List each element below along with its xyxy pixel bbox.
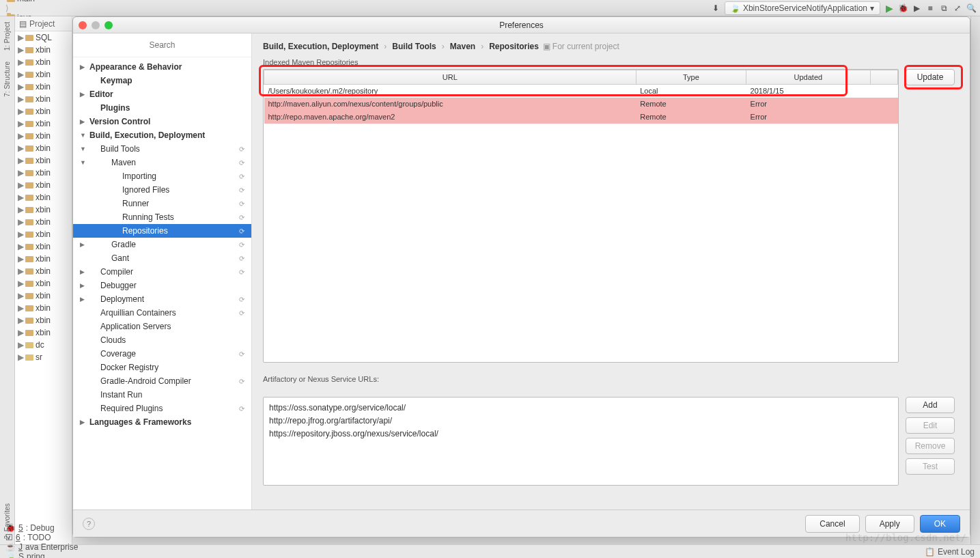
tab-project[interactable]: 1: Project xyxy=(2,16,12,56)
project-tree-item[interactable]: ▶xbin xyxy=(15,56,72,68)
help-button[interactable]: ? xyxy=(83,518,95,530)
table-row[interactable]: http://repo.maven.apache.org/maven2Remot… xyxy=(264,111,898,124)
settings-tree-item[interactable]: Running Tests⟳ xyxy=(73,210,251,224)
list-item[interactable]: https://repository.jboss.org/nexus/servi… xyxy=(269,428,893,441)
settings-tree-item[interactable]: Application Servers xyxy=(73,320,251,333)
run-config-selector[interactable]: 🍃 XbinStoreServiceNotifyApplication ▾ xyxy=(725,1,880,15)
settings-tree-item[interactable]: Runner⟳ xyxy=(73,197,251,210)
project-tree-item[interactable]: ▶xbin xyxy=(15,142,72,154)
add-button[interactable]: Add xyxy=(906,397,955,413)
project-tree-item[interactable]: ▶xbin xyxy=(15,105,72,117)
project-tree-item[interactable]: ▶xbin xyxy=(15,326,72,339)
remove-button[interactable]: Remove xyxy=(906,438,955,454)
settings-tree-item[interactable]: Instant Run xyxy=(73,388,251,402)
settings-tree-item[interactable]: Ignored Files⟳ xyxy=(73,183,251,197)
settings-tree-item[interactable]: ▶Languages & Frameworks xyxy=(73,415,251,429)
settings-tree-item[interactable]: Gradle-Android Compiler⟳ xyxy=(73,374,251,388)
settings-tree-item[interactable]: ▼Maven⟳ xyxy=(73,156,251,169)
project-tree-item[interactable]: ▶xbin xyxy=(15,277,72,290)
list-item[interactable]: https://oss.sonatype.org/service/local/ xyxy=(269,402,893,415)
gear-icon: ⟳ xyxy=(239,241,244,249)
statusbar-item[interactable]: ☑ 6: TODO xyxy=(5,533,78,542)
project-tree-item[interactable]: ▶xbin xyxy=(15,179,72,191)
list-item[interactable]: http://repo.jfrog.org/artifactory/api/ xyxy=(269,415,893,428)
project-panel-icon: ▤ xyxy=(19,19,27,29)
project-tree-item[interactable]: ▶xbin xyxy=(15,302,72,314)
settings-breadcrumb: Build, Execution, Deployment› Build Tool… xyxy=(263,42,959,51)
apply-button[interactable]: Apply xyxy=(865,515,914,533)
project-tree-item[interactable]: ▶xbin xyxy=(15,154,72,167)
edit-button[interactable]: Edit xyxy=(906,417,955,434)
settings-tree-item[interactable]: Required Plugins⟳ xyxy=(73,402,251,415)
project-tree-item[interactable]: ▶xbin xyxy=(15,240,72,253)
close-icon[interactable] xyxy=(79,21,87,29)
project-tree-item[interactable]: ▶xbin xyxy=(15,44,72,56)
settings-tree-item[interactable]: Plugins xyxy=(73,101,251,115)
update-button[interactable]: Update xyxy=(906,69,955,85)
table-row[interactable]: http://maven.aliyun.com/nexus/content/gr… xyxy=(264,98,898,111)
settings-tree-item[interactable]: ▶Gradle⟳ xyxy=(73,238,251,251)
settings-tree-item[interactable]: Docker Registry xyxy=(73,361,251,374)
project-tree-item[interactable]: ▶xbin xyxy=(15,253,72,265)
settings-tree-item[interactable]: Repositories⟳ xyxy=(73,224,251,238)
settings-tree-item[interactable]: ▼Build, Execution, Deployment xyxy=(73,128,251,142)
expand-icon[interactable]: ⤢ xyxy=(953,3,962,13)
gear-icon: ⟳ xyxy=(239,255,244,262)
spring-icon: 🍃 xyxy=(731,3,740,13)
settings-tree-item[interactable]: ▶Debugger xyxy=(73,279,251,292)
settings-tree-item[interactable]: ▶Deployment⟳ xyxy=(73,292,251,306)
statusbar-item[interactable]: 🐞 5: Debug xyxy=(5,523,78,533)
project-tree-item[interactable]: ▶xbin xyxy=(15,314,72,326)
project-tree-item[interactable]: ▶xbin xyxy=(15,117,72,130)
run-coverage-icon[interactable]: ▶ xyxy=(912,3,921,13)
project-tree-item[interactable]: ▶xbin xyxy=(15,167,72,179)
settings-tree-item[interactable]: Gant⟳ xyxy=(73,251,251,265)
tab-structure[interactable]: 7: Structure xyxy=(2,56,12,102)
project-tree-item[interactable]: ▶xbin xyxy=(15,191,72,204)
settings-sidebar: ▶Appearance & BehaviorKeymap▶EditorPlugi… xyxy=(73,33,252,510)
cancel-button[interactable]: Cancel xyxy=(805,515,859,533)
settings-tree-item[interactable]: ▼Build Tools⟳ xyxy=(73,142,251,156)
project-tree-item[interactable]: ▶sr xyxy=(15,351,72,363)
left-tool-rail: 1: Project 7: Structure 2: Favorites xyxy=(0,16,15,544)
build-icon[interactable]: ⬇ xyxy=(711,3,720,13)
project-tree-item[interactable]: ▶xbin xyxy=(15,204,72,216)
test-button[interactable]: Test xyxy=(906,458,955,475)
stop-icon[interactable]: ■ xyxy=(925,3,935,13)
event-log[interactable]: 📋 Event Log xyxy=(925,547,975,557)
search-input[interactable] xyxy=(77,38,247,53)
project-tree-item[interactable]: ▶xbin xyxy=(15,216,72,228)
run-icon[interactable]: ▶ xyxy=(884,3,894,13)
settings-tree-item[interactable]: ▶Compiler⟳ xyxy=(73,265,251,279)
ok-button[interactable]: OK xyxy=(920,515,960,533)
table-row[interactable]: /Users/koukouken/.m2/repositoryLocal2018… xyxy=(264,85,898,98)
project-tree-item[interactable]: ▶xbin xyxy=(15,228,72,240)
settings-tree-item[interactable]: ▶Editor xyxy=(73,87,251,101)
project-tree-item[interactable]: ▶xbin xyxy=(15,290,72,302)
settings-tree-item[interactable]: ▶Appearance & Behavior xyxy=(73,60,251,74)
search-icon[interactable]: 🔍 xyxy=(966,3,976,13)
project-tree-item[interactable]: ▶SQL xyxy=(15,31,72,44)
settings-tree-item[interactable]: Clouds xyxy=(73,333,251,347)
project-tree-item[interactable]: ▶xbin xyxy=(15,93,72,105)
settings-tree-item[interactable]: Arquillian Containers⟳ xyxy=(73,306,251,320)
project-tree-item[interactable]: ▶xbin xyxy=(15,265,72,277)
breadcrumb-item[interactable]: main xyxy=(4,0,128,3)
project-tool-window: ▤Project ▶SQL▶xbin▶xbin▶xbin▶xbin▶xbin▶x… xyxy=(15,16,72,544)
project-tree-item[interactable]: ▶xbin xyxy=(15,68,72,81)
settings-tree-item[interactable]: Coverage⟳ xyxy=(73,347,251,361)
layout-icon[interactable]: ⧉ xyxy=(939,3,949,13)
debug-icon[interactable]: 🐞 xyxy=(898,3,908,13)
settings-tree-item[interactable]: ▶Version Control xyxy=(73,115,251,128)
statusbar-item[interactable]: 🍃 Spring xyxy=(5,552,78,559)
project-tree-item[interactable]: ▶xbin xyxy=(15,81,72,93)
project-tree-item[interactable]: ▶dc xyxy=(15,339,72,351)
project-icon: ▣ xyxy=(543,42,550,51)
settings-tree-item[interactable]: Keymap xyxy=(73,74,251,87)
service-urls-list[interactable]: https://oss.sonatype.org/service/local/h… xyxy=(263,397,899,486)
project-tree-item[interactable]: ▶xbin xyxy=(15,130,72,142)
settings-tree-item[interactable]: Importing⟳ xyxy=(73,169,251,183)
zoom-icon[interactable] xyxy=(104,21,113,29)
statusbar-item[interactable]: ☕ Java Enterprise xyxy=(5,542,78,552)
repositories-table[interactable]: URL Type Updated /Users/koukouken/.m2/re… xyxy=(263,69,899,363)
